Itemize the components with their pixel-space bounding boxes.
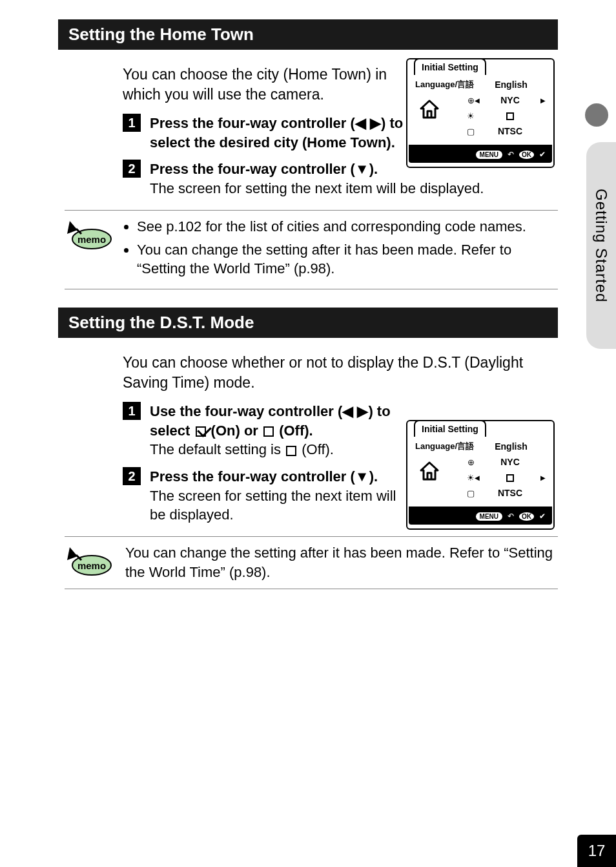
globe-icon: ⊕ (444, 96, 475, 105)
screen-tab-1: Initial Setting (414, 58, 486, 75)
memo-1-item-1: See p.102 for the list of cities and cor… (137, 217, 558, 236)
lang-label-2: Language/言語 (415, 441, 477, 452)
ok-pill: OK (519, 151, 534, 159)
lcd-screen-diagram-1: Initial Setting Language/言語 English ⊕ ◀ (406, 58, 555, 168)
svg-text:memo: memo (77, 560, 106, 571)
checkbox-off-icon-2 (286, 446, 296, 456)
lcd-screen-diagram-2: Initial Setting Language/言語 English ⊕ (406, 420, 555, 530)
section-2-step-1b: (On) or (207, 423, 263, 439)
arrow-left-icon-2: ◀ (475, 474, 484, 481)
section-2-step-2-bold: Press the four-way controller (▼). (150, 468, 378, 485)
screen-footer-1: MENU ↶ OK ✔ (409, 145, 552, 163)
sun-icon-2: ☀ (444, 473, 475, 483)
globe-icon-2: ⊕ (444, 457, 475, 467)
back-arrow-icon-2: ↶ (508, 512, 514, 521)
section-indicator-circle (585, 103, 608, 127)
memo-2-text: You can change the setting after it has … (125, 543, 558, 581)
page-number: 17 (577, 835, 616, 867)
memo-icon-2: memo (65, 543, 114, 577)
section-2-header: Setting the D.S.T. Mode (58, 308, 558, 338)
section-1-step-1: Press the four-way controller (◀ ▶) to s… (150, 115, 403, 151)
memo-icon: memo (65, 217, 114, 251)
arrow-left-icon: ◀ (475, 97, 484, 104)
menu-pill: MENU (476, 151, 502, 159)
step-number-1b: 1 (123, 402, 141, 420)
svg-text:memo: memo (77, 234, 106, 245)
home-icon (418, 98, 440, 120)
arrow-right-icon-2: ▶ (537, 474, 546, 481)
check-icon: ✔ (539, 150, 546, 159)
menu-pill-2: MENU (476, 512, 502, 521)
step-number-1: 1 (123, 114, 141, 132)
sun-icon: ☀ (444, 111, 475, 121)
lang-label: Language/言語 (415, 79, 477, 90)
side-tab: Getting Started (577, 103, 616, 355)
screen-tab-2: Initial Setting (414, 420, 486, 437)
section-2-intro: You can choose whether or not to display… (123, 353, 551, 393)
step-number-2: 2 (123, 160, 141, 178)
side-tab-label: Getting Started (592, 189, 610, 302)
checkbox-off-icon (263, 426, 274, 437)
section-2-step-2-body: The screen for setting the next item wil… (150, 488, 396, 523)
checkbox-on-icon (196, 426, 206, 437)
video-value-2: NTSC (484, 488, 537, 498)
back-arrow-icon: ↶ (508, 150, 514, 159)
memo-list-1: See p.102 for the list of cities and cor… (125, 217, 558, 282)
section-1-step-2-body: The screen for setting the next item wil… (150, 180, 484, 196)
section-1-intro: You can choose the city (Home Town) in w… (123, 65, 400, 105)
city-value: NYC (484, 95, 537, 105)
section-2-step-1c: (Off). (275, 423, 313, 439)
side-tab-label-box: Getting Started (586, 142, 616, 349)
video-value: NTSC (484, 126, 537, 136)
check-icon-2: ✔ (539, 512, 546, 521)
dst-off-box-2 (484, 472, 537, 483)
arrow-right-icon: ▶ (537, 97, 546, 104)
home-icon-2 (418, 460, 440, 482)
lang-value-2: English (486, 441, 537, 452)
memo-1-item-2: You can change the setting after it has … (137, 240, 558, 278)
section-1-header: Setting the Home Town (58, 19, 558, 50)
city-value-2: NYC (484, 457, 537, 467)
dst-off-box (484, 110, 537, 121)
video-icon: ▢ (444, 127, 475, 136)
ok-pill-2: OK (519, 512, 534, 521)
section-2-step-1-body-a: The default setting is (150, 441, 285, 457)
video-icon-2: ▢ (444, 488, 475, 498)
lang-value: English (486, 79, 537, 90)
section-1-step-2-bold: Press the four-way controller (▼). (150, 161, 378, 177)
section-2-step-1-body-b: (Off). (298, 441, 334, 457)
step-number-2b: 2 (123, 467, 141, 485)
screen-footer-2: MENU ↶ OK ✔ (409, 507, 552, 525)
